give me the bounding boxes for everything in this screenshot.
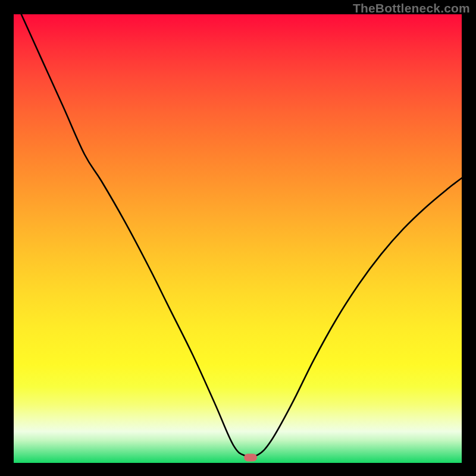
optimal-marker-icon (244, 454, 257, 462)
bottleneck-curve (14, 14, 462, 463)
chart-frame: TheBottleneck.com (0, 0, 476, 476)
plot-area (14, 14, 462, 463)
watermark-text: TheBottleneck.com (353, 1, 470, 15)
